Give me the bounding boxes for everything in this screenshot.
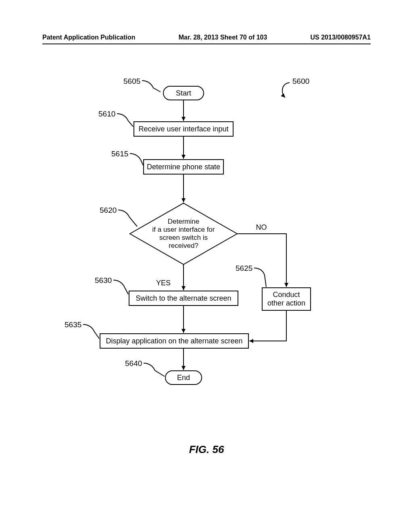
conduct-l2: other action [267, 299, 305, 307]
ref-5640-group: 5640 [125, 359, 165, 376]
conduct-node: Conduct other action [262, 288, 311, 310]
decision-l3: screen switch is [159, 234, 208, 241]
ref-5615: 5615 [111, 150, 128, 158]
switch-text: Switch to the alternate screen [136, 294, 231, 302]
ref-5625-group: 5625 [236, 264, 266, 287]
state-text: Determine phone state [147, 163, 220, 171]
start-text: Start [176, 89, 191, 97]
ref-5620-group: 5620 [100, 206, 137, 227]
receive-node: Receive user interface input [134, 122, 233, 136]
ref-5605: 5605 [123, 77, 140, 85]
display-text: Display application on the alternate scr… [106, 337, 242, 345]
ref-5615-group: 5615 [111, 150, 143, 165]
ref-5640: 5640 [125, 359, 142, 368]
page: Patent Application Publication Mar. 28, … [0, 0, 413, 532]
ref-5610: 5610 [98, 110, 115, 118]
no-label: NO [256, 223, 267, 231]
ref-5610-group: 5610 [98, 110, 133, 127]
conduct-l1: Conduct [273, 291, 300, 299]
decision-node: Determine if a user interface for screen… [130, 203, 237, 264]
state-node: Determine phone state [144, 160, 223, 174]
arrow-conduct-display [249, 310, 286, 341]
decision-l2: if a user interface for [152, 226, 215, 233]
ref-5600: 5600 [292, 77, 309, 85]
arrow-decision-no [237, 234, 286, 287]
start-node: Start [163, 86, 204, 100]
ref-5625: 5625 [236, 264, 252, 272]
ref-5605-group: 5605 [123, 77, 161, 92]
end-node: End [165, 371, 202, 384]
yes-label: YES [156, 279, 171, 287]
receive-text: Receive user interface input [138, 125, 228, 133]
ref-5635: 5635 [65, 320, 81, 329]
decision-l1: Determine [168, 218, 199, 225]
ref-5620: 5620 [100, 206, 117, 214]
end-text: End [177, 374, 190, 382]
overall-ref: 5600 [282, 77, 309, 98]
switch-node: Switch to the alternate screen [129, 291, 238, 305]
ref-5630-group: 5630 [95, 276, 128, 294]
ref-5635-group: 5635 [65, 320, 99, 339]
display-node: Display application on the alternate scr… [100, 334, 248, 348]
ref-5630: 5630 [95, 276, 112, 285]
decision-l4: received? [169, 242, 198, 249]
figure-caption: FIG. 56 [0, 443, 413, 456]
